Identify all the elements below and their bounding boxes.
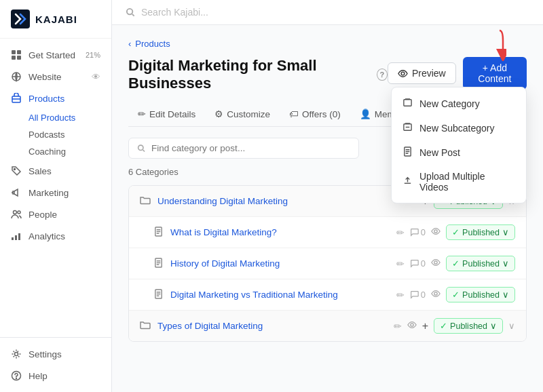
logo-text: KAJABI	[35, 14, 77, 25]
svg-point-9	[18, 211, 20, 214]
chart-icon	[11, 231, 22, 241]
svg-rect-1	[12, 50, 16, 54]
search-input[interactable]	[151, 143, 350, 153]
customize-icon: ⚙	[214, 109, 223, 119]
table-row: Digital Marketing vs Traditional Marketi…	[129, 279, 526, 311]
sidebar-item-analytics[interactable]: Analytics	[0, 225, 111, 247]
row-actions: ✏ 0 ✓ Published ∨	[396, 287, 515, 302]
megaphone-icon	[11, 187, 22, 198]
tab-edit-details[interactable]: ✏ Edit Details	[128, 103, 205, 126]
sidebar-item-products[interactable]: Products	[0, 87, 111, 109]
breadcrumb-arrow: ‹	[128, 39, 131, 49]
svg-rect-11	[15, 235, 17, 240]
eye-icon[interactable]	[431, 289, 441, 300]
eye-icon[interactable]	[431, 258, 441, 269]
dropdown-upload-videos[interactable]: Upload Multiple Videos	[392, 165, 526, 199]
search-input-wrap[interactable]	[128, 138, 359, 159]
edit-icon: ✏	[138, 109, 146, 119]
new-subcategory-label: New Subcategory	[419, 123, 495, 134]
tab-customize[interactable]: ⚙ Customize	[205, 103, 280, 126]
svg-rect-10	[12, 237, 14, 240]
sidebar-item-help[interactable]: Help	[0, 365, 111, 387]
table-row: Types of Digital Marketing ✏ + ✓ Publish…	[129, 311, 526, 341]
svg-point-15	[16, 378, 17, 379]
chevron-down-icon[interactable]: ∨	[508, 321, 515, 331]
gear-icon	[11, 349, 22, 359]
svg-point-21	[138, 145, 143, 150]
row-title[interactable]: Understanding Digital Marketing	[157, 196, 387, 206]
sidebar-sub-coaching[interactable]: Coaching	[29, 143, 111, 160]
svg-point-16	[127, 8, 132, 14]
sidebar-item-marketing[interactable]: Marketing	[0, 182, 111, 203]
upload-videos-label: Upload Multiple Videos	[419, 171, 515, 193]
sidebar-item-people[interactable]: People	[0, 203, 111, 225]
folder-icon	[140, 195, 151, 208]
main-content: Search Kajabi... ‹ Products Digital Mark…	[112, 0, 543, 392]
search-placeholder-text: Search Kajabi...	[141, 7, 208, 18]
sidebar-item-get-started[interactable]: Get Started 21%	[0, 44, 111, 66]
file-text-icon	[153, 289, 164, 301]
sales-label: Sales	[29, 166, 52, 176]
search-input-icon	[137, 144, 146, 153]
row-title[interactable]: Types of Digital Marketing	[157, 321, 387, 331]
offers-icon: 🏷	[289, 109, 299, 119]
add-content-container: + Add Content New Category	[463, 57, 527, 90]
dropdown-new-category[interactable]: New Category	[392, 92, 526, 116]
check-icon: ✓	[440, 321, 447, 331]
add-content-dropdown: New Category New Subcategory	[391, 87, 527, 203]
row-actions: ✏ + ✓ Published ∨ ∨	[394, 318, 515, 334]
get-started-label: Get Started	[29, 50, 75, 60]
help-label: Help	[29, 371, 48, 381]
pencil-icon[interactable]: ✏	[396, 258, 405, 269]
search-area[interactable]: Search Kajabi...	[126, 7, 208, 18]
settings-label: Settings	[29, 349, 62, 359]
website-label: Website	[29, 72, 62, 82]
svg-rect-2	[17, 50, 21, 54]
help-tooltip-icon[interactable]: ?	[377, 68, 388, 81]
analytics-label: Analytics	[29, 231, 65, 241]
published-badge[interactable]: ✓ Published ∨	[446, 287, 515, 302]
chevron-down-icon: ∨	[490, 321, 497, 331]
sidebar-sub-all-products[interactable]: All Products	[29, 109, 111, 126]
row-title[interactable]: What is Digital Marketing?	[170, 227, 390, 237]
svg-point-17	[401, 72, 405, 75]
chevron-down-icon: ∨	[502, 227, 509, 237]
sidebar-item-sales[interactable]: Sales	[0, 160, 111, 182]
svg-point-13	[15, 353, 18, 356]
chevron-down-icon: ∨	[502, 258, 509, 269]
pencil-icon[interactable]: ✏	[396, 290, 405, 300]
eye-icon[interactable]	[407, 320, 417, 332]
users-icon	[11, 209, 22, 220]
published-badge[interactable]: ✓ Published ∨	[434, 318, 503, 334]
published-badge[interactable]: ✓ Published ∨	[446, 224, 515, 240]
sidebar-sub-podcasts[interactable]: Podcasts	[29, 126, 111, 143]
plus-icon[interactable]: +	[422, 320, 428, 332]
new-post-label: New Post	[419, 147, 460, 158]
file-icon	[153, 227, 164, 239]
dropdown-new-post[interactable]: New Post	[392, 140, 526, 165]
svg-point-32	[434, 292, 437, 295]
pencil-icon[interactable]: ✏	[394, 321, 402, 332]
grid-icon	[11, 50, 22, 60]
marketing-label: Marketing	[29, 188, 69, 198]
tab-offers[interactable]: 🏷 Offers (0)	[280, 104, 350, 126]
sidebar-item-settings[interactable]: Settings	[0, 343, 111, 365]
tag-icon	[11, 165, 22, 176]
pencil-icon[interactable]: ✏	[396, 227, 405, 238]
question-icon	[11, 370, 22, 381]
row-title[interactable]: Digital Marketing vs Traditional Marketi…	[170, 290, 390, 300]
check-icon: ✓	[452, 290, 460, 300]
eye-icon[interactable]	[431, 227, 441, 238]
sidebar-item-website[interactable]: Website 👁	[0, 66, 111, 87]
products-submenu: All Products Podcasts Coaching	[0, 109, 111, 160]
members-icon: 👤	[360, 109, 371, 119]
preview-button[interactable]: Preview	[388, 62, 456, 84]
add-content-button[interactable]: + Add Content	[463, 57, 527, 90]
website-eye-icon: 👁	[92, 72, 100, 82]
published-badge[interactable]: ✓ Published ∨	[446, 256, 515, 271]
comment-count: 0	[410, 227, 426, 237]
new-post-icon	[402, 146, 413, 159]
dropdown-new-subcategory[interactable]: New Subcategory	[392, 116, 526, 140]
row-title[interactable]: History of Digital Marketing	[170, 258, 390, 269]
row-actions: ✏ 0 ✓ Published ∨	[396, 224, 515, 240]
